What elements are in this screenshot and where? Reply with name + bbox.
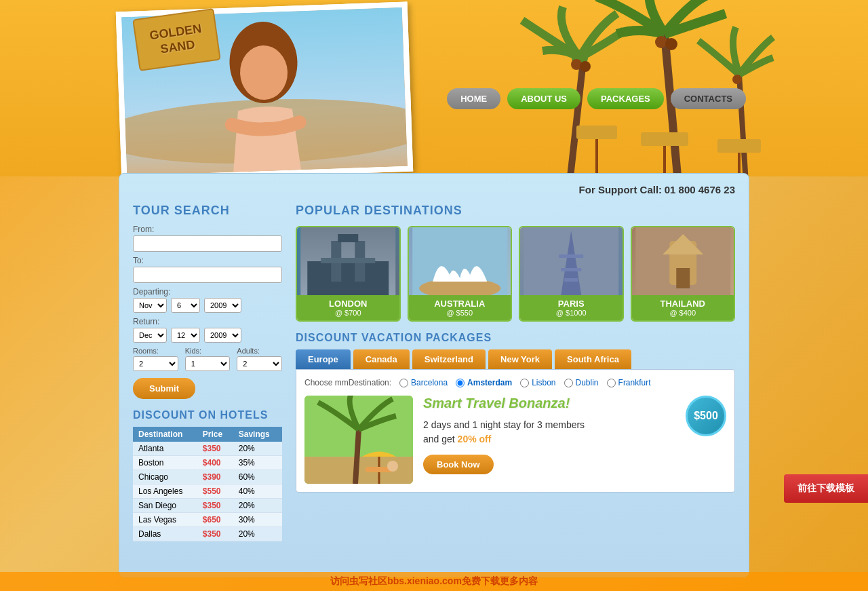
depart-day-select[interactable]: 6115 — [171, 298, 200, 313]
destination-radios: Choose mmDestination: Barcelona Amsterda… — [304, 378, 726, 387]
tab-content: Choose mmDestination: Barcelona Amsterda… — [296, 369, 735, 493]
price-badge: $500 — [686, 396, 726, 436]
cell-price: $550 — [197, 484, 233, 499]
table-row: San Diego $350 20% — [133, 499, 282, 513]
nav-contacts-button[interactable]: CONTACTS — [671, 88, 746, 109]
promo-text-area: Smart Travel Bonanza! 2 days and 1 night… — [423, 396, 675, 474]
table-row: Chicago $390 60% — [133, 470, 282, 484]
svg-point-41 — [387, 461, 398, 472]
from-label: From: — [133, 225, 282, 234]
destinations-grid: LONDON @ $700 AUSTRALIA — [296, 226, 735, 322]
cell-savings: 20% — [233, 499, 282, 513]
badge-price: $500 — [694, 410, 718, 422]
navigation: HOME ABOUT US PACKAGES CONTACTS — [447, 88, 746, 109]
svg-point-9 — [655, 36, 667, 48]
popular-destinations-title: POPULAR DESTINATIONS — [296, 204, 735, 218]
col-savings: Savings — [233, 427, 282, 442]
dest-card-thailand[interactable]: THAILAND @ $400 — [631, 226, 736, 322]
to-input[interactable] — [133, 267, 282, 283]
download-button[interactable]: 前往下载模板 — [784, 474, 868, 503]
svg-rect-31 — [564, 278, 578, 282]
depart-month-select[interactable]: NovDecJan — [133, 298, 167, 313]
discount-table: Destination Price Savings Atlanta $350 2… — [133, 427, 282, 541]
dest-img-london — [297, 227, 399, 295]
promo-off: 20% off — [458, 434, 492, 444]
cell-price: $350 — [197, 499, 233, 513]
svg-rect-29 — [559, 254, 583, 258]
submit-button[interactable]: Submit — [133, 378, 195, 399]
depart-year-select[interactable]: 20092010 — [204, 298, 241, 313]
right-column: POPULAR DESTINATIONS — [296, 204, 735, 541]
radio-dublin[interactable]: Dublin — [564, 378, 599, 387]
dest-card-london[interactable]: LONDON @ $700 — [296, 226, 401, 322]
cell-destination: Dallas — [133, 527, 197, 541]
table-row: Atlanta $350 20% — [133, 442, 282, 456]
svg-rect-35 — [676, 268, 690, 288]
nav-packages-button[interactable]: PACKAGES — [587, 88, 664, 109]
kids-label: Kids: — [185, 347, 231, 355]
tab-europe[interactable]: Europe — [296, 349, 351, 369]
left-column: TOUR SEARCH From: To: Departing: NovDecJ… — [133, 204, 282, 541]
svg-rect-20 — [307, 261, 389, 295]
svg-rect-14 — [576, 126, 617, 139]
choose-destination-label: Choose mmDestination: — [304, 378, 391, 387]
promo-description: 2 days and 1 night stay for 3 membersand… — [423, 418, 675, 446]
header: GOLDEN SAND — [0, 0, 868, 176]
kids-select[interactable]: 102 — [185, 356, 231, 371]
cell-price: $650 — [197, 513, 233, 527]
table-row: Las Vegas $650 30% — [133, 513, 282, 527]
return-day-select[interactable]: 12115 — [171, 328, 200, 343]
dest-info-paris: PARIS @ $1000 — [520, 295, 623, 320]
cell-price: $390 — [197, 470, 233, 484]
dest-info-thailand: THAILAND @ $400 — [632, 295, 734, 320]
adults-label: Adults: — [237, 347, 282, 355]
nav-about-button[interactable]: ABOUT US — [507, 88, 580, 109]
dest-img-paris — [520, 227, 623, 295]
rooms-select[interactable]: 213 — [133, 356, 178, 371]
dest-info-australia: AUSTRALIA @ $550 — [409, 295, 511, 320]
cell-savings: 35% — [233, 456, 282, 470]
cell-price: $350 — [197, 527, 233, 541]
dest-info-london: LONDON @ $700 — [297, 295, 399, 320]
promo-headline: Smart Travel Bonanza! — [423, 396, 675, 411]
radio-amsterdam[interactable]: Amsterdam — [456, 378, 512, 387]
cell-destination: Chicago — [133, 470, 197, 484]
tab-switzerland[interactable]: Switzerland — [412, 349, 486, 369]
dest-card-australia[interactable]: AUSTRALIA @ $550 — [408, 226, 513, 322]
radio-barcelona[interactable]: Barcelona — [399, 378, 448, 387]
return-label: Return: — [133, 317, 282, 326]
tab-newyork[interactable]: New York — [488, 349, 552, 369]
svg-point-10 — [665, 38, 677, 50]
cell-savings: 60% — [233, 470, 282, 484]
radio-lisbon[interactable]: Lisbon — [520, 378, 555, 387]
book-now-button[interactable]: Book Now — [423, 455, 494, 474]
cell-savings: 40% — [233, 484, 282, 499]
dest-img-australia — [409, 227, 511, 295]
tab-south-africa[interactable]: South Africa — [555, 349, 631, 369]
return-year-select[interactable]: 20092010 — [204, 328, 241, 343]
nav-home-button[interactable]: HOME — [447, 88, 500, 109]
support-label: For Support Call: — [579, 184, 663, 195]
cell-destination: San Diego — [133, 499, 197, 513]
svg-point-7 — [580, 61, 591, 72]
dest-card-paris[interactable]: PARIS @ $1000 — [519, 226, 624, 322]
svg-rect-18 — [717, 139, 761, 153]
discount-hotels-title: DISCOUNT ON HOTELS — [133, 409, 282, 421]
col-destination: Destination — [133, 427, 197, 442]
radio-frankfurt[interactable]: Frankfurt — [607, 378, 651, 387]
return-month-select[interactable]: DecNovJan — [133, 328, 167, 343]
rooms-label: Rooms: — [133, 347, 178, 355]
cell-savings: 20% — [233, 527, 282, 541]
svg-line-38 — [355, 430, 359, 484]
cell-destination: Los Angeles — [133, 484, 197, 499]
table-row: Boston $400 35% — [133, 456, 282, 470]
discount-vacation-title: DISCOUNT VACATION PACKAGES — [296, 332, 735, 344]
from-input[interactable] — [133, 235, 282, 252]
adults-select[interactable]: 213 — [237, 356, 282, 371]
cell-savings: 30% — [233, 513, 282, 527]
tab-canada[interactable]: Canada — [353, 349, 410, 369]
watermark: 访问虫写社区bbs.xieniao.com免费下载更多内容 — [0, 572, 868, 591]
svg-point-12 — [732, 75, 742, 84]
svg-rect-24 — [338, 234, 358, 242]
dest-img-thailand — [632, 227, 734, 295]
